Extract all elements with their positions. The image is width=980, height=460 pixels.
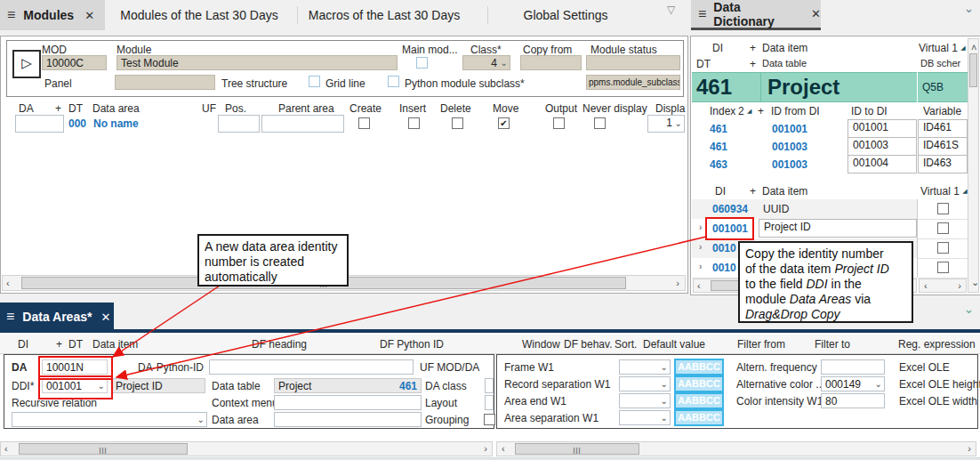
da-right-hscrollbar[interactable]: ‹ ||| › [496, 441, 976, 456]
scroll-up-icon[interactable]: ˄ [971, 42, 976, 52]
main-mod-checkbox[interactable] [416, 57, 428, 69]
index-cell[interactable]: 463 [710, 158, 727, 171]
panel-field[interactable] [115, 75, 215, 90]
menu-icon[interactable]: ≡ [7, 7, 15, 23]
grid-line-checkbox[interactable] [309, 76, 320, 87]
row-data-area-value[interactable]: No name [93, 117, 139, 130]
python-subclass-checkbox[interactable] [388, 76, 399, 87]
id-to-cell[interactable]: 001001 [847, 119, 917, 138]
scroll-right-icon[interactable]: › [484, 443, 487, 454]
scroll-thumb[interactable]: ||| [19, 443, 188, 455]
class-select[interactable]: 4 ⌄ [462, 55, 510, 70]
module-field[interactable]: Test Module [116, 55, 398, 70]
sort-plus[interactable]: + [750, 58, 756, 70]
output-checkbox[interactable] [553, 117, 565, 129]
tab-data-dictionary[interactable]: ≡ Data Dictionary ✕ [691, 0, 821, 30]
data-area-field[interactable] [274, 412, 422, 427]
module-status-field[interactable] [586, 55, 680, 70]
tab-modules[interactable]: ≡ Modules ✕ [0, 0, 105, 30]
tab-global-settings[interactable]: Global Settings [500, 0, 631, 30]
index-cell[interactable]: 461 [710, 123, 727, 135]
da-id-field[interactable] [15, 115, 64, 133]
layout-field[interactable] [485, 395, 494, 410]
altern-frequency-field[interactable] [821, 359, 885, 375]
id-to-cell[interactable]: 001004 [847, 155, 917, 174]
tab-data-areas[interactable]: ≡ Data Areas* ✕ [0, 303, 114, 331]
scroll-right-icon[interactable]: › [958, 280, 961, 291]
color-intensity-w1-field[interactable]: 80 [821, 393, 885, 408]
item-di[interactable]: 060934 [712, 203, 748, 215]
index-cell[interactable]: 461 [710, 141, 727, 153]
context-menu-field[interactable] [274, 395, 422, 410]
pos-field[interactable] [218, 115, 260, 133]
row-dt-value[interactable]: 000 [68, 117, 86, 130]
scroll-left-icon[interactable]: ‹ [697, 280, 701, 291]
sort-plus[interactable]: + [56, 338, 62, 351]
virtual-col-scrollbar[interactable]: ‹ › [919, 278, 967, 293]
collapse-icon[interactable]: ▽ [667, 4, 675, 16]
da-left-hscrollbar[interactable]: ‹ ||| › [0, 441, 493, 456]
scroll-left-icon[interactable]: ‹ [924, 280, 928, 291]
sort-plus[interactable]: + [758, 105, 764, 117]
chevron-down-icon[interactable]: ⌄ [964, 2, 974, 15]
variable-cell[interactable]: ID461 [918, 119, 968, 138]
id-from-cell[interactable]: 001003 [772, 158, 807, 171]
da-class-field[interactable] [485, 378, 494, 393]
expand-icon[interactable]: › [699, 262, 702, 271]
alternative-color-select[interactable]: 000149 ⌄ [821, 376, 885, 391]
variable-cell[interactable]: ID461S [918, 137, 968, 156]
copy-from-field[interactable] [520, 55, 582, 70]
insert-checkbox[interactable] [408, 117, 420, 129]
create-checkbox[interactable] [358, 117, 370, 129]
id-to-cell[interactable]: 001003 [847, 137, 917, 156]
display-select[interactable]: 1 ⌄ [647, 115, 685, 133]
item-di[interactable]: 0010 [712, 242, 736, 254]
da-python-id-field[interactable] [209, 359, 414, 375]
expand-icon[interactable]: › [699, 242, 702, 252]
mod-field[interactable]: 10000C [42, 55, 107, 70]
index-sort[interactable]: 2 ◢ [738, 105, 751, 117]
frame-w1-select[interactable]: ⌄ [619, 359, 671, 375]
virtual-checkbox[interactable] [937, 222, 949, 234]
area-end-w1-select[interactable]: ⌄ [619, 393, 671, 408]
scroll-left-icon[interactable]: ‹ [6, 278, 10, 288]
scroll-down-icon[interactable]: ⌄ [971, 277, 979, 288]
area-separation-w1-select[interactable]: ⌄ [619, 410, 671, 425]
sort-plus[interactable]: + [750, 42, 756, 54]
chevron-down-icon[interactable]: ⌄ [964, 303, 974, 316]
close-icon[interactable]: ✕ [84, 9, 94, 22]
sort-plus[interactable]: + [750, 185, 756, 198]
frame-w1-color[interactable]: AABBCC [674, 359, 724, 375]
tab-modules-last-30-days[interactable]: Modules of the Last 30 Days [114, 0, 285, 30]
record-separation-w1-color[interactable]: AABBCC [674, 375, 724, 392]
selected-table-row[interactable]: 461 Project [692, 72, 917, 102]
expand-icon[interactable]: › [699, 222, 702, 232]
scroll-left-icon[interactable]: ‹ [502, 443, 505, 454]
record-separation-w1-select[interactable]: ⌄ [619, 376, 671, 391]
selected-table-scheme-cell[interactable]: Q5B [918, 72, 968, 102]
virtual-checkbox[interactable] [937, 262, 949, 273]
virtual-checkbox[interactable] [937, 203, 949, 214]
move-checkbox[interactable]: ✔ [498, 117, 510, 129]
dd-vscrollbar[interactable]: ˄ ⌄ [968, 38, 979, 293]
area-separation-w1-color[interactable]: AABBCC [674, 409, 724, 426]
grouping-checkbox[interactable] [484, 414, 495, 425]
item-di[interactable]: 0010 [712, 262, 736, 274]
virtual-checkbox[interactable] [937, 242, 949, 254]
parent-area-field[interactable] [261, 115, 344, 133]
run-module-button[interactable]: ▷ [12, 50, 41, 78]
scroll-right-icon[interactable]: › [968, 443, 971, 454]
close-icon[interactable]: ✕ [811, 7, 821, 20]
area-end-w1-color[interactable]: AABBCC [674, 392, 724, 409]
sort-plus[interactable]: + [55, 102, 61, 115]
item-name-cell[interactable]: Project ID [759, 219, 917, 238]
id-from-cell[interactable]: 001001 [772, 123, 807, 135]
scroll-left-icon[interactable]: ‹ [4, 443, 8, 454]
scroll-right-icon[interactable]: › [676, 278, 679, 288]
menu-icon[interactable]: ≡ [6, 309, 14, 325]
delete-checkbox[interactable] [452, 117, 463, 129]
menu-icon[interactable]: ≡ [698, 6, 706, 22]
id-from-cell[interactable]: 001003 [772, 141, 807, 153]
never-display-checkbox[interactable] [594, 117, 606, 129]
item-name[interactable]: UUID [763, 203, 789, 215]
